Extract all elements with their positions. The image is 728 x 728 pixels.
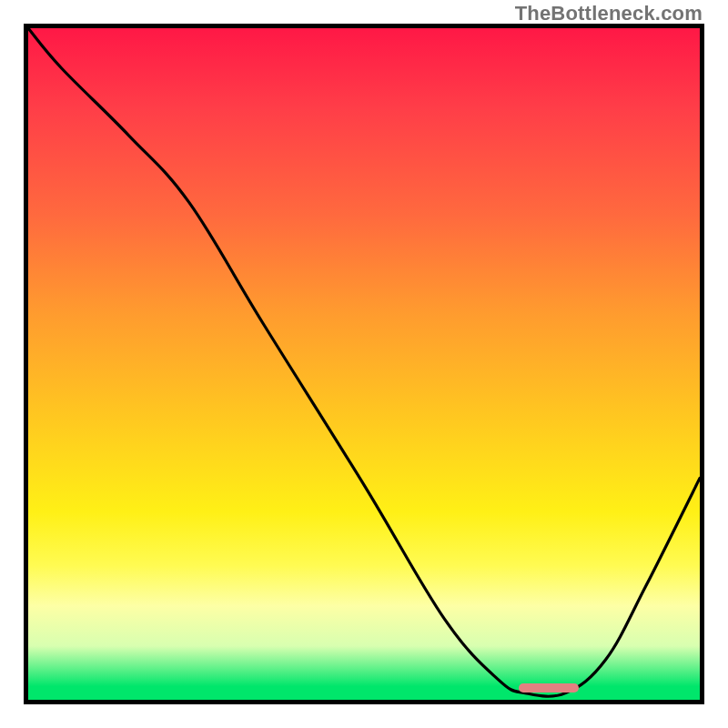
chart-frame: TheBottleneck.com [0, 0, 728, 728]
bottleneck-curve [28, 28, 700, 700]
optimal-range-marker [519, 683, 579, 693]
watermark-text: TheBottleneck.com [515, 2, 703, 25]
plot-area [24, 24, 704, 704]
